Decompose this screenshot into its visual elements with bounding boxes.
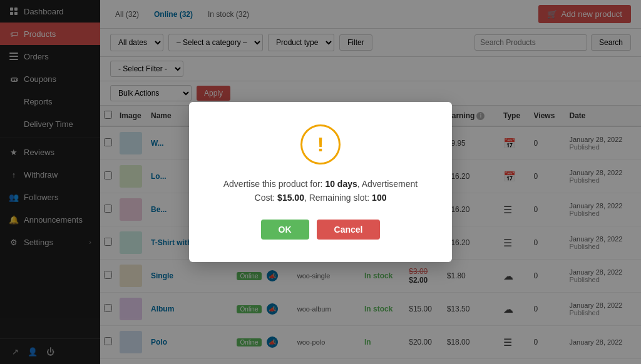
modal-overlay[interactable]: ! Advertise this product for: 10 days, A… xyxy=(0,0,641,364)
modal-text-part1: Advertise this product for: xyxy=(223,179,326,189)
modal-ok-button[interactable]: OK xyxy=(261,220,309,240)
modal-days: 10 days xyxy=(325,179,357,189)
modal-cancel-button[interactable]: Cancel xyxy=(317,220,381,240)
modal-text-part3: , Remaining slot: xyxy=(304,193,372,203)
modal-buttons: OK Cancel xyxy=(214,220,427,240)
modal-text: Advertise this product for: 10 days, Adv… xyxy=(214,177,427,205)
modal-slots: 100 xyxy=(372,193,386,203)
modal-dialog: ! Advertise this product for: 10 days, A… xyxy=(189,102,452,263)
modal-warning-icon: ! xyxy=(300,124,341,164)
exclamation-icon: ! xyxy=(317,134,324,154)
modal-cost: $15.00 xyxy=(277,193,304,203)
